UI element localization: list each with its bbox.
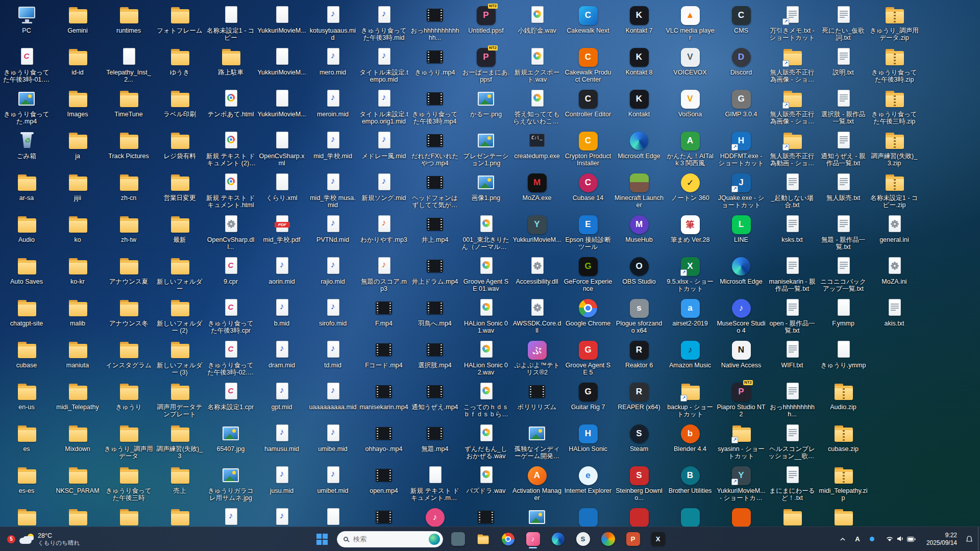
desktop-icon[interactable]: きゅうり食ってた午後3時.mp4: [409, 87, 460, 129]
desktop-icon[interactable]: id-id: [52, 45, 103, 87]
desktop-icon[interactable]: きゅうり食ってた.mp4: [1, 87, 52, 129]
desktop-icon[interactable]: 羽鳥へ.mp4: [409, 296, 460, 338]
desktop-icon[interactable]: 通知うぜえ.mp4: [409, 380, 460, 421]
desktop-icon[interactable]: MMoZA.exe: [511, 170, 562, 212]
desktop-icon[interactable]: J↗JQuake.exe - ショートカット: [716, 170, 767, 212]
desktop-icon[interactable]: NNative Access: [716, 338, 767, 380]
desktop-icon[interactable]: きゅうり食ってた午後三時: [103, 463, 154, 505]
desktop-icon[interactable]: Fコード.mp4: [358, 338, 409, 380]
desktop-icon[interactable]: ずんだもん_しおかぜる.wav: [460, 421, 511, 463]
desktop-icon[interactable]: dram.mid: [256, 338, 307, 380]
desktop-icon[interactable]: Microsoft Edge: [716, 254, 767, 296]
desktop-icon[interactable]: きゅうり食ってた午後3時.zip: [869, 45, 920, 87]
desktop-icon[interactable]: きゅうり_調声用データ.zip: [869, 3, 920, 45]
desktop-icon[interactable]: aorin.mid: [256, 254, 307, 296]
desktop-icon[interactable]: くらり.xml: [256, 170, 307, 212]
taskbar-app-file-explorer[interactable]: [473, 529, 493, 549]
desktop-icon[interactable]: AWSSDK.Core.dll: [511, 296, 562, 338]
desktop-icon[interactable]: ↗無人販売不正行為画像 - ショートカット: [767, 87, 818, 129]
taskbar-app-x-dark-app[interactable]: X: [648, 529, 668, 549]
desktop-icon[interactable]: かるー.png: [460, 87, 511, 129]
desktop-icon[interactable]: 孤独なインディーゲーム開発者の一生...: [511, 421, 562, 463]
desktop-icon[interactable]: GGuitar Rig 7: [562, 380, 614, 421]
desktop-icon[interactable]: manisekarin - 親作品一覧.txt: [767, 254, 818, 296]
desktop-icon[interactable]: 9.cpr: [205, 254, 256, 296]
taskbar-app-white-round-app[interactable]: S: [573, 529, 593, 549]
desktop-icon[interactable]: mid_学校.mid: [307, 129, 358, 170]
desktop-icon[interactable]: タイトル未設定.tempo.mid: [358, 45, 409, 87]
desktop-icon[interactable]: 65407.jpg: [205, 421, 256, 463]
desktop-icon[interactable]: おっhhhhhhhhhhhh...: [409, 3, 460, 45]
notification-bell-icon[interactable]: [965, 531, 974, 547]
desktop-icon[interactable]: 新しいフォルダー: [154, 254, 205, 296]
desktop-icon[interactable]: Y↗YukkuriMovieM... - ショートカット: [716, 463, 767, 505]
desktop-icon[interactable]: uaaaaaaaaa.mid: [307, 380, 358, 421]
desktop-icon[interactable]: わかりやす.mp3: [358, 212, 409, 254]
desktop-icon[interactable]: 売上: [154, 463, 205, 505]
desktop-icon[interactable]: 調声練習(失敗)_3.zip: [869, 129, 920, 170]
desktop-icon[interactable]: GGeForce Experience: [562, 254, 614, 296]
desktop-icon[interactable]: アナウンス夏: [103, 254, 154, 296]
desktop-icon[interactable]: PNT2Piapro Studio NT2: [716, 380, 767, 421]
desktop-icon[interactable]: ニコニコバックアップ一覧.txt: [818, 254, 869, 296]
desktop-icon[interactable]: おっhhhhhhhhhh...: [767, 380, 818, 421]
desktop-icon[interactable]: VVoiSona: [665, 87, 716, 129]
desktop-icon[interactable]: LLINE: [716, 212, 767, 254]
taskbar-app-laptop-app[interactable]: [448, 529, 468, 549]
desktop-icon[interactable]: パズドラ.wav: [460, 463, 511, 505]
desktop-icon[interactable]: OOBS Studio: [614, 254, 665, 296]
desktop-icon[interactable]: Track Pictures: [103, 129, 154, 170]
desktop-icon[interactable]: ko: [52, 212, 103, 254]
desktop-icon[interactable]: ♪MuseScore Studio 4: [716, 296, 767, 338]
desktop-icon[interactable]: GGIMP 3.0.4: [716, 87, 767, 129]
desktop-icon[interactable]: SSteinberg Downlo...: [614, 463, 665, 505]
desktop-icon[interactable]: hamusu.mid: [256, 421, 307, 463]
desktop-icon[interactable]: es: [1, 421, 52, 463]
desktop-icon[interactable]: フォトフレーム: [154, 3, 205, 45]
ime-mode-indicator[interactable]: A: [853, 531, 862, 547]
desktop-icon[interactable]: HALion Sonic 01.wav: [460, 296, 511, 338]
tray-chevron-up-icon[interactable]: [838, 531, 847, 547]
desktop-icon[interactable]: Minecraft Launcher: [614, 170, 665, 212]
desktop-icon[interactable]: MMuseHub: [614, 212, 665, 254]
desktop-icon[interactable]: Groove Agent SE 01.wav: [460, 254, 511, 296]
desktop-icon[interactable]: OpenCvSharp.xml: [256, 129, 307, 170]
taskbar-app-edge[interactable]: [548, 529, 568, 549]
desktop-icon[interactable]: CController Editor: [562, 87, 614, 129]
desktop-icon[interactable]: Audio: [1, 212, 52, 254]
desktop-icon[interactable]: インスタグラム: [103, 338, 154, 380]
desktop-icon[interactable]: ja: [52, 129, 103, 170]
desktop-icon[interactable]: CCubase 14: [562, 170, 614, 212]
desktop-icon[interactable]: midi_Telepathy: [52, 380, 103, 421]
desktop-icon[interactable]: 調声用データテンプレート: [154, 380, 205, 421]
desktop-icon[interactable]: きゅうり食ってた午後3時.cpr: [205, 296, 256, 338]
desktop-icon[interactable]: ↗無人販売不正行為動画 - ショートカット: [767, 129, 818, 170]
desktop-icon[interactable]: 無題 - 親作品一覧.txt: [818, 212, 869, 254]
desktop-icon[interactable]: Audio.zip: [818, 380, 869, 421]
desktop-icon[interactable]: 名称未設定1 - コピー: [205, 3, 256, 45]
desktop-icon[interactable]: ラベル印刷: [154, 87, 205, 129]
desktop-icon[interactable]: sirofo.mid: [307, 296, 358, 338]
taskbar-clock[interactable]: 9:22 2025/09/14: [924, 531, 959, 548]
desktop-icon[interactable]: 路上駐車: [205, 45, 256, 87]
desktop-icon[interactable]: WIFI.txt: [767, 338, 818, 380]
desktop-icon[interactable]: KKontakt 7: [614, 3, 665, 45]
desktop-icon[interactable]: Images: [52, 87, 103, 129]
desktop-icon[interactable]: メドレー風.mid: [358, 129, 409, 170]
desktop-icon[interactable]: ヘルスコンプレッション__歌詞.txt: [767, 421, 818, 463]
desktop-icon[interactable]: YukkuriMovieM...: [256, 45, 307, 87]
desktop-icon[interactable]: ↗backup - ショートカット: [665, 380, 716, 421]
location-dot-icon[interactable]: [868, 531, 877, 547]
desktop-icon[interactable]: akis.txt: [869, 296, 920, 338]
desktop-icon[interactable]: プレゼンテーション1.png: [460, 129, 511, 170]
start-button[interactable]: [312, 529, 332, 549]
desktop-icon[interactable]: TimeTune: [103, 87, 154, 129]
desktop-icon[interactable]: CCrypton Product Installer: [562, 129, 614, 170]
desktop-icon[interactable]: mid_学校 musa.mid: [307, 170, 358, 212]
desktop-icon[interactable]: 新規ソング.mid: [358, 170, 409, 212]
desktop-icon[interactable]: 画像1.png: [460, 170, 511, 212]
desktop-icon[interactable]: AActivation Manager: [511, 463, 562, 505]
desktop-icon[interactable]: アナウンス冬: [103, 296, 154, 338]
desktop-icon[interactable]: SSteam: [614, 421, 665, 463]
desktop-icon[interactable]: sPlogue sforzando x64: [614, 296, 665, 338]
